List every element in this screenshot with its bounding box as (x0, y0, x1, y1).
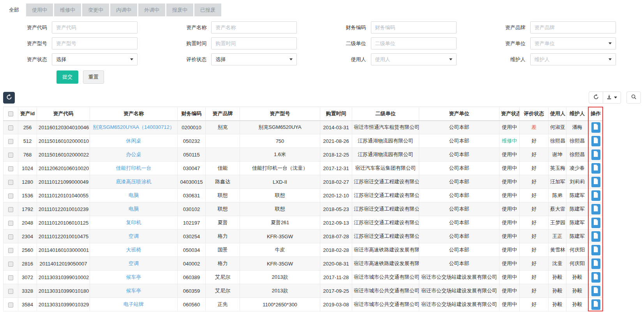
finance-code-input[interactable] (371, 21, 457, 33)
row-checkbox[interactable] (8, 234, 13, 239)
cell-model: 联想 (240, 189, 320, 202)
asset-name-input[interactable] (211, 21, 297, 33)
user-select[interactable]: 使用人 (371, 53, 457, 65)
detail-document-button[interactable] (591, 245, 600, 255)
refresh-primary-button[interactable] (3, 92, 15, 104)
asset-name-link[interactable]: 候车亭 (126, 274, 141, 280)
eval-status-select[interactable]: 选择 (211, 53, 297, 65)
detail-document-button[interactable] (591, 286, 600, 296)
asset-name-link[interactable]: 大班椅 (126, 247, 141, 253)
asset-name-link[interactable]: 候车亭 (126, 288, 141, 294)
row-checkbox[interactable] (8, 193, 13, 199)
row-select-cell (4, 148, 18, 162)
filter-field-asset-brand: 资产品牌 (482, 21, 641, 33)
asset-name-link[interactable]: 底漆高压喷涂机 (116, 179, 152, 185)
cell-asset-name: 底漆高压喷涂机 (90, 175, 178, 189)
cell-model: 牛皮 (240, 243, 320, 257)
secondary-unit-input[interactable] (371, 37, 457, 49)
row-checkbox[interactable] (8, 207, 13, 212)
detail-document-button[interactable] (591, 163, 600, 174)
cell-asset-code: 201110120106010125 (37, 216, 90, 230)
column-header-model: 资产型号 (240, 107, 320, 121)
search-toggle-button[interactable] (626, 91, 641, 104)
filter-label-user: 使用人 (322, 56, 371, 63)
tab-all[interactable]: 全部 (3, 4, 25, 16)
cell-asset-id: 1536 (18, 189, 37, 202)
cell-eval-status: 差 (520, 121, 549, 134)
cell-user: 王梦园 (549, 216, 566, 230)
asset-name-link[interactable]: 空调 (129, 260, 139, 266)
reset-button[interactable]: 重置 (83, 70, 104, 84)
row-checkbox[interactable] (8, 153, 13, 158)
detail-document-button[interactable] (591, 149, 600, 160)
asset-name-link[interactable]: 空调 (129, 233, 139, 239)
table-row: 1024201120620106010020佳能打印机一台030047佳能佳能打… (4, 162, 603, 175)
detail-document-button[interactable] (591, 136, 600, 146)
row-select-cell (4, 134, 18, 148)
cell-maintainer: 陈建军 (566, 189, 588, 202)
tab-scrapped[interactable]: 已报废 (194, 4, 221, 16)
row-checkbox[interactable] (8, 139, 13, 144)
detail-document-button[interactable] (591, 231, 600, 242)
tab-internal-transfer[interactable]: 内调中 (110, 4, 137, 16)
asset-name-link[interactable]: 电脑 (129, 192, 139, 198)
cell-eval-status: 好 (520, 257, 549, 271)
cell-purchase-date: 2019-03-08 (320, 298, 352, 311)
detail-document-button[interactable] (591, 299, 600, 310)
asset-model-input[interactable] (52, 37, 138, 49)
row-checkbox[interactable] (8, 302, 13, 308)
asset-brand-input[interactable] (530, 21, 616, 33)
tab-changing[interactable]: 变更中 (82, 4, 109, 16)
tab-external-transfer[interactable]: 外调中 (138, 4, 165, 16)
tab-in-use[interactable]: 使用中 (26, 4, 53, 16)
row-checkbox[interactable] (8, 275, 13, 280)
submit-button[interactable]: 提交 (56, 70, 78, 84)
document-icon (593, 287, 598, 294)
detail-document-button[interactable] (591, 122, 600, 133)
detail-document-button[interactable] (591, 177, 600, 187)
purchase-time-input[interactable] (211, 37, 297, 49)
asset-name-link[interactable]: 电子站牌 (124, 301, 144, 307)
detail-document-button[interactable] (591, 272, 600, 283)
asset-name-link[interactable]: 办公桌 (126, 151, 141, 157)
detail-document-button[interactable] (591, 190, 600, 201)
cell-maintainer: 刘莉莉 (566, 175, 588, 189)
select-all-checkbox[interactable] (8, 111, 13, 116)
asset-name-link[interactable]: 电脑 (129, 206, 139, 212)
row-checkbox[interactable] (8, 289, 13, 294)
row-checkbox[interactable] (8, 125, 13, 130)
document-icon (593, 178, 598, 185)
cell-model: 夏普261 (240, 216, 320, 230)
asset-name-link[interactable]: 佳能打印机一台 (116, 165, 152, 171)
cell-maintainer: 孙毅 (566, 298, 588, 311)
cell-finance-code: 102197 (178, 216, 206, 230)
row-checkbox[interactable] (8, 262, 13, 267)
row-checkbox[interactable] (8, 180, 13, 185)
detail-document-button[interactable] (591, 258, 600, 269)
cell-purchase-date: 2012-09-13 (320, 216, 352, 230)
tab-repairing[interactable]: 维修中 (54, 4, 81, 16)
row-checkbox[interactable] (8, 248, 13, 253)
export-button[interactable] (603, 91, 621, 104)
tab-scrapping[interactable]: 报废中 (166, 4, 193, 16)
row-checkbox[interactable] (8, 166, 13, 171)
asset-status-select[interactable]: 选择 (52, 53, 138, 65)
cell-secondary-unit: 江苏通湖物流园有限公司 (352, 148, 419, 162)
table-row: 512201150160102000010休闲桌0502327502021-08… (4, 134, 603, 148)
maintainer-select-value: 维护人 (535, 56, 606, 63)
filter-label-asset-brand: 资产品牌 (482, 24, 530, 31)
table-refresh-button[interactable] (589, 91, 603, 104)
maintainer-select[interactable]: 维护人 (530, 53, 616, 65)
asset-unit-select[interactable]: 资产单位 (530, 37, 616, 49)
asset-code-input[interactable] (52, 21, 138, 33)
row-select-cell (4, 202, 18, 216)
detail-document-button[interactable] (591, 218, 600, 228)
asset-name-link[interactable]: 复印机 (126, 220, 141, 225)
asset-name-link[interactable]: 别克SGM6520UYAA（140030712） (93, 124, 175, 130)
detail-document-button[interactable] (591, 204, 600, 214)
cell-finance-code: 050115 (178, 148, 206, 162)
cell-asset-id: 2560 (18, 243, 37, 257)
asset-name-link[interactable]: 休闲桌 (126, 138, 141, 144)
row-checkbox[interactable] (8, 221, 13, 226)
document-icon (593, 274, 598, 281)
